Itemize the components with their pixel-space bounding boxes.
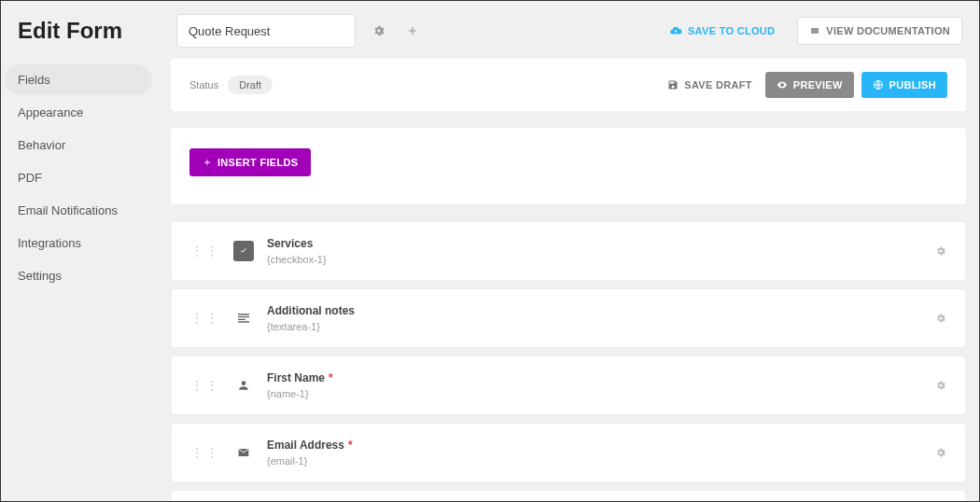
globe-icon <box>873 79 884 91</box>
textarea-icon <box>233 308 254 328</box>
field-label: Services <box>267 237 922 250</box>
field-slug: {textarea-1} <box>267 321 922 332</box>
sidebar-item-pdf[interactable]: PDF <box>5 162 152 193</box>
sidebar-item-settings[interactable]: Settings <box>5 260 152 291</box>
status-label: Status <box>189 79 218 91</box>
insert-fields-button[interactable]: INSERT FIELDS <box>189 148 311 176</box>
drag-handle-icon[interactable]: ⋮⋮ <box>190 315 220 321</box>
page-title: Edit Form <box>18 18 122 44</box>
field-settings-icon[interactable] <box>935 313 946 324</box>
field-label: First Name* <box>267 371 922 384</box>
envelope-icon <box>233 442 254 463</box>
view-documentation-button[interactable]: VIEW DOCUMENTATION <box>797 17 962 45</box>
publish-button[interactable]: PUBLISH <box>861 72 947 98</box>
drag-handle-icon[interactable]: ⋮⋮ <box>190 248 220 254</box>
field-slug: {email-1} <box>267 455 922 467</box>
field-row[interactable]: ⋮⋮Additional notes{textarea-1} <box>171 288 966 348</box>
sidebar-item-fields[interactable]: Fields <box>5 64 152 95</box>
sidebar-item-email-notifications[interactable]: Email Notifications <box>5 195 152 226</box>
topbar: Edit Form SAVE TO CLOUD VIEW DOCUMENTATI… <box>1 1 979 55</box>
field-slug: {name-1} <box>267 388 922 399</box>
field-settings-icon[interactable] <box>935 447 946 458</box>
plus-icon <box>203 158 212 167</box>
eye-icon <box>777 79 788 91</box>
save-to-cloud-label: SAVE TO CLOUD <box>688 25 775 36</box>
field-settings-icon[interactable] <box>935 380 946 391</box>
plus-icon[interactable] <box>402 21 423 41</box>
gear-icon[interactable] <box>369 21 389 41</box>
status-badge: Draft <box>228 76 273 94</box>
sidebar-item-integrations[interactable]: Integrations <box>5 228 152 258</box>
field-label: Email Address* <box>267 439 922 452</box>
sidebar-item-behavior[interactable]: Behavior <box>5 130 152 160</box>
cloud-upload-icon <box>669 24 682 37</box>
save-draft-button[interactable]: SAVE DRAFT <box>667 79 751 91</box>
save-to-cloud-button[interactable]: SAVE TO CLOUD <box>660 19 784 43</box>
book-icon <box>809 25 820 36</box>
insert-fields-label: INSERT FIELDS <box>217 157 298 168</box>
person-icon <box>233 375 254 396</box>
field-text: First Name*{name-1} <box>267 371 922 399</box>
field-slug: {checkbox-1} <box>267 254 922 265</box>
drag-handle-icon[interactable]: ⋮⋮ <box>190 450 220 455</box>
main-content: Status Draft SAVE DRAFT PREVIEW <box>160 55 979 501</box>
drag-handle-icon[interactable]: ⋮⋮ <box>190 383 220 388</box>
form-name-input[interactable] <box>176 14 356 48</box>
field-label: Additional notes <box>267 304 922 317</box>
sidebar: FieldsAppearanceBehaviorPDFEmail Notific… <box>1 55 160 501</box>
field-text: Additional notes{textarea-1} <box>267 304 922 332</box>
save-draft-label: SAVE DRAFT <box>684 79 751 91</box>
checkbox-icon <box>233 241 254 261</box>
field-row[interactable]: ⋮⋮Services{checkbox-1} <box>171 221 966 281</box>
publish-label: PUBLISH <box>889 79 936 91</box>
field-text: Services{checkbox-1} <box>267 237 922 265</box>
view-documentation-label: VIEW DOCUMENTATION <box>826 25 950 36</box>
save-icon <box>667 79 679 91</box>
field-row[interactable]: ⋮⋮Phone Number*{phone-1} <box>171 490 966 501</box>
field-row[interactable]: ⋮⋮First Name*{name-1} <box>171 356 966 415</box>
fields-list: ⋮⋮Services{checkbox-1}⋮⋮Additional notes… <box>171 221 966 501</box>
preview-button[interactable]: PREVIEW <box>765 72 854 98</box>
field-row[interactable]: ⋮⋮Email Address*{email-1} <box>171 423 966 482</box>
field-text: Email Address*{email-1} <box>267 439 922 467</box>
preview-label: PREVIEW <box>793 79 843 91</box>
field-settings-icon[interactable] <box>935 245 946 257</box>
sidebar-item-appearance[interactable]: Appearance <box>5 97 152 128</box>
statusbar: Status Draft SAVE DRAFT PREVIEW <box>171 59 966 111</box>
